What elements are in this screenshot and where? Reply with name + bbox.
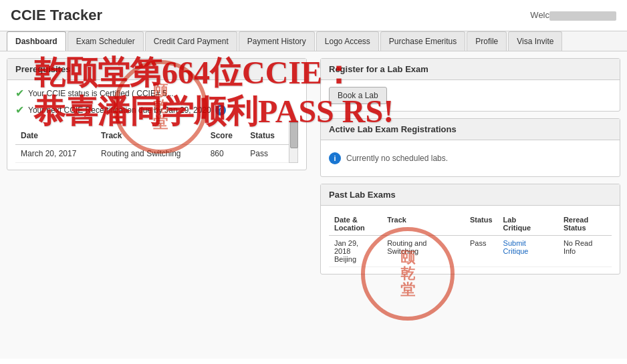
past-col-date: Date &Location: [329, 212, 382, 236]
active-registrations-body: i Currently no scheduled labs.: [321, 140, 620, 176]
col-date: Date: [15, 127, 96, 145]
left-panel: Prerequisites ✔ Your CCIE status is Cert…: [7, 58, 314, 352]
main-content: Prerequisites ✔ Your CCIE status is Cert…: [0, 51, 627, 359]
check-icon-1: ✔: [15, 87, 24, 100]
no-labs-message: i Currently no scheduled labs.: [329, 147, 612, 170]
tab-visa-invite[interactable]: Visa Invite: [508, 31, 562, 51]
tab-payment-history[interactable]: Payment History: [239, 31, 315, 51]
cell-scroll: [287, 145, 298, 163]
right-panel: Register for a Lab Exam Book a Lab Activ…: [314, 58, 620, 352]
prereq-text-1: Your CCIE status is Certified ( CCIE# 5.…: [28, 89, 174, 98]
active-registrations-header: Active Lab Exam Registrations: [321, 119, 620, 140]
register-lab-box: Register for a Lab Exam Book a Lab: [320, 58, 620, 112]
prereq-item-2: ✔ Your next CCIE Recertification due by …: [15, 104, 298, 116]
scroll-thumb: [290, 122, 298, 148]
col-track: Track: [96, 127, 205, 145]
cell-score: 860: [205, 145, 245, 163]
tab-bar: Dashboard Exam Scheduler Credit Card Pay…: [0, 31, 627, 51]
active-registrations-box: Active Lab Exam Registrations i Currentl…: [320, 118, 620, 177]
tab-credit-card-payment[interactable]: Credit Card Payment: [145, 31, 237, 51]
register-lab-header: Register for a Lab Exam: [321, 59, 620, 80]
past-lab-exams-box: Past Lab Exams Date &Location Track Stat…: [320, 184, 620, 275]
scroll-bar[interactable]: [289, 120, 298, 163]
tab-logo-access[interactable]: Logo Access: [316, 31, 379, 51]
past-cell-date: Jan 29, 2018Beijing: [329, 236, 382, 267]
col-score: Score: [205, 127, 245, 145]
check-icon-2: ✔: [15, 104, 24, 116]
prerequisites-box: Prerequisites ✔ Your CCIE status is Cert…: [7, 58, 307, 170]
welcome-blur: [549, 11, 616, 21]
tab-dashboard[interactable]: Dashboard: [7, 31, 66, 51]
prerequisites-body: ✔ Your CCIE status is Certified ( CCIE# …: [7, 80, 306, 170]
past-cell-critique: Submit Critique: [498, 236, 558, 267]
welcome-text: Welc: [530, 10, 616, 21]
past-col-critique: LabCritique: [498, 212, 558, 236]
past-col-reread: RereadStatus: [558, 212, 612, 236]
app-title: CCIE Tracker: [11, 7, 102, 24]
past-cell-status: Pass: [465, 236, 498, 267]
no-labs-text: Currently no scheduled labs.: [346, 154, 448, 163]
past-col-status: Status: [465, 212, 498, 236]
tab-exam-scheduler[interactable]: Exam Scheduler: [68, 31, 144, 51]
cell-date: March 20, 2017: [15, 145, 96, 163]
table-row: March 20, 2017 Routing and Switching 860…: [15, 145, 298, 163]
col-status: Status: [245, 127, 287, 145]
past-col-track: Track: [382, 212, 465, 236]
app-header: CCIE Tracker Welc: [0, 0, 627, 31]
exam-history-table: Date Track Score Status March 20, 2017 R…: [15, 127, 298, 163]
tab-purchase-emeritus[interactable]: Purchase Emeritus: [380, 31, 465, 51]
table-row: Jan 29, 2018Beijing Routing and Switchin…: [329, 236, 612, 267]
past-lab-table: Date &Location Track Status LabCritique …: [329, 212, 612, 267]
past-cell-reread: No Read Info: [558, 236, 612, 267]
tab-profile[interactable]: Profile: [467, 31, 507, 51]
exam-history-table-wrapper: Date Track Score Status March 20, 2017 R…: [15, 120, 298, 163]
cell-status: Pass: [245, 145, 287, 163]
prerequisites-header: Prerequisites: [7, 59, 306, 80]
help-icon[interactable]: ?: [215, 105, 226, 116]
info-icon: i: [329, 152, 341, 164]
submit-critique-link[interactable]: Submit Critique: [503, 239, 529, 255]
cell-track: Routing and Switching: [96, 145, 205, 163]
prereq-text-2: Your next CCIE Recertification due by Ja…: [28, 106, 211, 115]
past-lab-exams-body: Date &Location Track Status LabCritique …: [321, 206, 620, 274]
past-lab-exams-header: Past Lab Exams: [321, 184, 620, 206]
prereq-item-1: ✔ Your CCIE status is Certified ( CCIE# …: [15, 87, 298, 100]
book-lab-button[interactable]: Book a Lab: [329, 87, 387, 104]
past-cell-track: Routing and Switching: [382, 236, 465, 267]
register-lab-body: Book a Lab: [321, 80, 620, 111]
welcome-prefix: Welc: [530, 10, 549, 20]
